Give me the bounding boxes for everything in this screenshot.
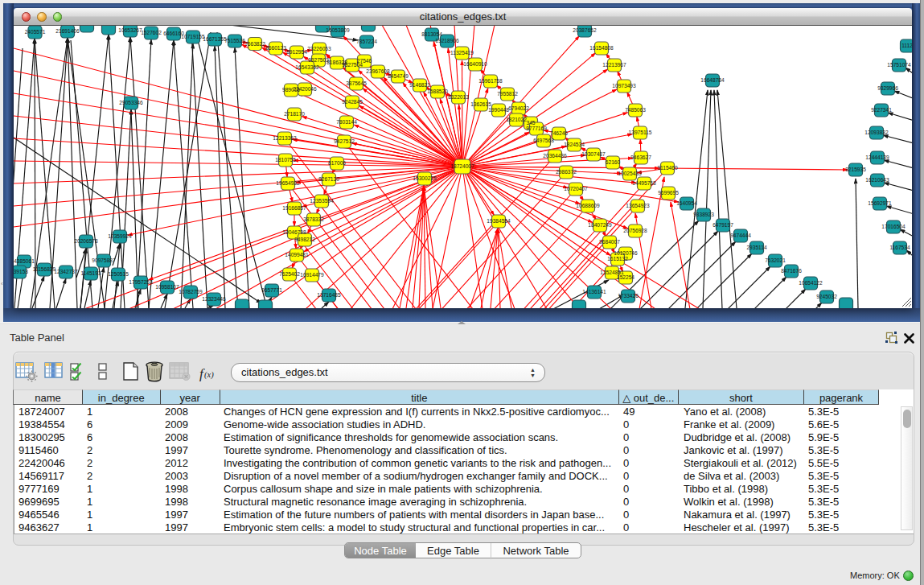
svg-text:1824534: 1824534 bbox=[564, 142, 585, 147]
svg-text:1588520: 1588520 bbox=[427, 89, 448, 94]
svg-text:11325419: 11325419 bbox=[450, 50, 474, 56]
svg-text:7663822: 7663822 bbox=[244, 41, 265, 47]
svg-text:439153: 439153 bbox=[14, 269, 28, 274]
svg-text:7803144: 7803144 bbox=[336, 119, 357, 125]
svg-text:8454749: 8454749 bbox=[388, 73, 409, 79]
svg-text:14136141: 14136141 bbox=[582, 289, 606, 295]
svg-text:12444139: 12444139 bbox=[865, 154, 889, 160]
svg-text:10046798: 10046798 bbox=[282, 229, 306, 235]
svg-text:8813054: 8813054 bbox=[421, 31, 442, 37]
svg-text:10720407: 10720407 bbox=[564, 186, 588, 192]
svg-text:9463627: 9463627 bbox=[630, 154, 651, 160]
svg-text:13716485: 13716485 bbox=[317, 292, 341, 298]
svg-text:9427512: 9427512 bbox=[334, 138, 355, 144]
svg-text:9115460: 9115460 bbox=[657, 165, 678, 171]
svg-text:10025433: 10025433 bbox=[618, 171, 642, 176]
svg-text:345: 345 bbox=[526, 120, 535, 126]
svg-text:13654923: 13654923 bbox=[626, 203, 650, 208]
svg-text:14495758: 14495758 bbox=[632, 180, 656, 186]
svg-text:12213967: 12213967 bbox=[602, 62, 626, 68]
svg-text:9146821: 9146821 bbox=[409, 82, 430, 88]
svg-text:1145193: 1145193 bbox=[80, 270, 101, 276]
svg-text:9242845: 9242845 bbox=[342, 99, 363, 105]
svg-text:9699695: 9699695 bbox=[658, 190, 679, 196]
svg-text:16961758: 16961758 bbox=[478, 78, 503, 84]
svg-text:20206578: 20206578 bbox=[74, 238, 98, 244]
svg-text:2935114: 2935114 bbox=[746, 245, 767, 250]
svg-text:152254: 152254 bbox=[617, 274, 634, 280]
svg-text:17016504: 17016504 bbox=[881, 224, 906, 229]
svg-text:8471676: 8471676 bbox=[781, 268, 802, 274]
svg-text:6479197: 6479197 bbox=[713, 222, 733, 228]
svg-text:2718170: 2718170 bbox=[284, 111, 305, 117]
svg-text:4385061: 4385061 bbox=[14, 258, 35, 264]
svg-text:1821022: 1821022 bbox=[506, 117, 527, 122]
svg-text:10654122: 10654122 bbox=[799, 280, 823, 286]
svg-text:7632021: 7632021 bbox=[765, 257, 786, 263]
svg-text:(x): (x) bbox=[204, 370, 214, 380]
svg-text:9245032: 9245032 bbox=[816, 294, 837, 299]
svg-text:14099481: 14099481 bbox=[285, 252, 309, 257]
svg-text:9498212: 9498212 bbox=[294, 237, 315, 242]
svg-text:7625402: 7625402 bbox=[279, 271, 300, 277]
svg-text:10973493: 10973493 bbox=[612, 83, 636, 89]
svg-text:9684007: 9684007 bbox=[599, 239, 620, 245]
svg-text:2405571: 2405571 bbox=[25, 29, 46, 35]
svg-text:20756928: 20756928 bbox=[623, 228, 647, 233]
svg-text:18407249: 18407249 bbox=[588, 222, 612, 228]
svg-text:27546: 27546 bbox=[357, 58, 372, 64]
svg-text:90975887: 90975887 bbox=[92, 257, 116, 263]
svg-text:16648784: 16648784 bbox=[700, 77, 725, 83]
svg-text:9474444: 9474444 bbox=[730, 233, 751, 238]
svg-text:10120746: 10120746 bbox=[614, 250, 638, 256]
svg-text:19166857: 19166857 bbox=[282, 205, 306, 211]
svg-text:7515526: 7515526 bbox=[224, 38, 245, 43]
svg-text:1362615: 1362615 bbox=[470, 101, 491, 107]
svg-text:2986372: 2986372 bbox=[556, 169, 577, 175]
svg-text:1990448: 1990448 bbox=[488, 107, 509, 113]
svg-text:1640954: 1640954 bbox=[676, 200, 697, 206]
svg-text:15692971: 15692971 bbox=[868, 200, 892, 206]
svg-text:1167534: 1167534 bbox=[889, 245, 910, 250]
svg-text:9329966: 9329966 bbox=[877, 85, 898, 91]
svg-text:29053346: 29053346 bbox=[119, 100, 143, 105]
svg-text:16154808: 16154808 bbox=[589, 45, 614, 51]
svg-text:13975115: 13975115 bbox=[629, 130, 652, 135]
svg-text:8660123: 8660123 bbox=[265, 45, 286, 51]
svg-text:10653267: 10653267 bbox=[118, 27, 142, 33]
svg-text:12093832: 12093832 bbox=[864, 130, 889, 135]
svg-text:18724007: 18724007 bbox=[450, 163, 474, 169]
svg-text:15300275: 15300275 bbox=[413, 175, 437, 181]
svg-text:3878332: 3878332 bbox=[303, 216, 324, 222]
svg-text:23967608: 23967608 bbox=[366, 68, 390, 74]
svg-text:12323446: 12323446 bbox=[202, 296, 226, 302]
svg-text:8215935: 8215935 bbox=[845, 167, 866, 172]
svg-text:6497568: 6497568 bbox=[533, 138, 554, 143]
svg-text:10958107: 10958107 bbox=[155, 284, 179, 290]
svg-text:19654932: 19654932 bbox=[276, 180, 300, 186]
svg-text:9227341: 9227341 bbox=[871, 107, 892, 113]
svg-text:1112: 1112 bbox=[901, 43, 912, 48]
svg-text:21691406: 21691406 bbox=[55, 28, 80, 34]
svg-text:16210643: 16210643 bbox=[865, 177, 889, 183]
svg-text:817006: 817006 bbox=[328, 160, 346, 166]
svg-text:19218906: 19218906 bbox=[435, 38, 459, 43]
svg-text:19384554: 19384554 bbox=[487, 218, 511, 224]
svg-text:1810755: 1810755 bbox=[275, 157, 296, 163]
svg-text:9777169: 9777169 bbox=[526, 126, 547, 131]
svg-text:12213363: 12213363 bbox=[273, 135, 297, 141]
svg-text:1733426: 1733426 bbox=[618, 293, 639, 299]
svg-text:7955812: 7955812 bbox=[497, 91, 518, 97]
svg-text:20364436: 20364436 bbox=[543, 153, 567, 159]
svg-text:6794022: 6794022 bbox=[508, 105, 529, 111]
svg-text:9657771: 9657771 bbox=[261, 287, 282, 293]
svg-text:10688609: 10688609 bbox=[576, 203, 600, 208]
svg-text:12353594: 12353594 bbox=[310, 198, 334, 204]
svg-text:10782759: 10782759 bbox=[179, 289, 203, 295]
svg-text:3875645: 3875645 bbox=[346, 80, 367, 86]
svg-text:8322013: 8322013 bbox=[448, 94, 469, 100]
svg-text:15751074: 15751074 bbox=[887, 62, 911, 68]
svg-text:17359924: 17359924 bbox=[108, 233, 132, 239]
svg-text:1250515: 1250515 bbox=[108, 271, 129, 277]
svg-text:989016: 989016 bbox=[282, 87, 300, 93]
